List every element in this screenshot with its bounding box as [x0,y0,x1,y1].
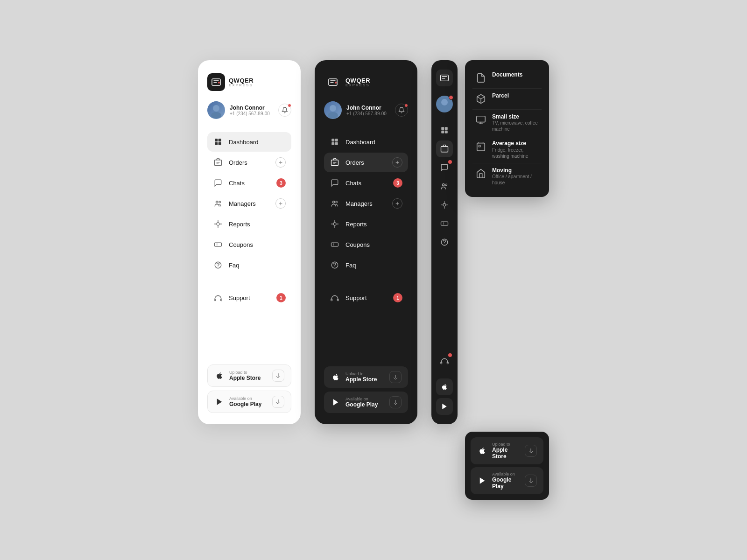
user-profile-dark: John Connor +1 (234) 567-89-00 [324,101,408,119]
svg-rect-6 [215,142,218,145]
dashboard-icon-dark [330,137,340,147]
mini-nav-dashboard[interactable] [436,122,453,139]
sidebar-item-managers-light[interactable]: Managers + [207,194,291,213]
apple-dl-btn-popup[interactable] [525,445,537,457]
mini-nav-reports[interactable] [436,196,453,213]
sidebar-item-coupons-light[interactable]: Coupons [207,235,291,254]
google-play-btn-popup[interactable]: Available on Google Play [471,467,543,494]
moving-title: Moving [492,167,540,174]
mini-nav-managers[interactable] [436,178,453,195]
mini-avatar [436,96,453,112]
popup-item-parcel[interactable]: Parcel [472,88,542,109]
svg-rect-56 [479,146,480,147]
apple-store-btn-dark[interactable]: Upload to Apple Store [324,366,408,388]
svg-rect-26 [331,160,338,166]
mini-apple-btn[interactable] [436,378,453,395]
mini-nav-support[interactable] [436,352,453,369]
apple-store-btn-popup[interactable]: Upload to Apple Store [471,437,543,464]
small-size-icon [474,113,487,126]
popup-item-moving[interactable]: Moving Office / apartment / house [472,163,542,189]
parcel-title: Parcel [492,92,540,99]
orders-add-dark[interactable]: + [392,157,402,168]
apple-dl-button-dark[interactable] [389,371,402,383]
google-label-main-dark: Google Play [345,401,385,408]
bell-button-light[interactable] [278,104,291,117]
mini-nav-coupons[interactable] [436,215,453,232]
google-play-btn-dark[interactable]: Available on Google Play [324,392,408,413]
logo-title-dark: QWQER [345,77,370,84]
mini-avatar-dot [449,95,453,100]
small-size-title: Small size [492,113,540,120]
svg-point-9 [216,201,218,203]
svg-point-11 [217,223,219,225]
sidebar-item-faq-dark[interactable]: Faq [324,255,408,275]
sidebar-item-orders-dark[interactable]: Orders + [324,153,408,172]
sidebar-item-managers-dark[interactable]: Managers + [324,194,408,213]
orders-add-light[interactable]: + [275,157,286,168]
google-label-top-popup: Available on [492,472,520,476]
reports-icon-light [213,219,223,229]
sidebar-item-dashboard-dark[interactable]: Dashboard [324,132,408,152]
sidebar-item-chats-light[interactable]: Chats 3 [207,173,291,193]
logo-icon-dark [324,73,342,91]
svg-rect-4 [215,139,218,141]
google-play-text-dark: Available on Google Play [345,397,385,408]
sidebar-item-coupons-dark[interactable]: Coupons [324,235,408,254]
apple-store-btn-light[interactable]: Upload to Apple Store [207,364,291,387]
avatar-placeholder-light [207,101,225,119]
google-dl-btn-popup[interactable] [525,475,537,487]
user-phone-light: +1 (234) 567-89-00 [230,111,274,116]
svg-rect-25 [335,142,338,145]
google-label-top-light: Available on [229,396,268,401]
sidebar-item-reports-dark[interactable]: Reports [324,214,408,234]
sidebar-item-dashboard-light[interactable]: Dashboard [207,132,291,152]
google-play-text-popup: Available on Google Play [492,472,520,490]
mini-nav-chats[interactable] [436,159,453,176]
sidebar-item-reports-light[interactable]: Reports [207,214,291,234]
logo-sub-light: EXPRESS [229,84,254,87]
chats-icon-dark [330,178,340,188]
chats-icon-light [213,178,223,188]
managers-add-light[interactable]: + [275,198,286,209]
svg-point-3 [211,112,221,119]
popup-item-small-size[interactable]: Small size TV, microwave, coffee machine [472,109,542,136]
small-size-sub: TV, microwave, coffee machine [492,120,540,132]
faq-label-dark: Faq [345,262,402,269]
svg-rect-41 [441,131,444,133]
support-label-light: Support [229,294,271,301]
google-dl-button-light[interactable] [272,396,284,408]
managers-add-dark[interactable]: + [392,198,402,209]
mini-nav-faq[interactable] [436,234,453,251]
sidebar-item-orders-light[interactable]: Orders + [207,153,291,172]
mini-nav-orders[interactable] [436,140,453,157]
orders-icon-light [213,157,223,168]
svg-point-29 [333,223,336,225]
svg-rect-54 [477,116,485,122]
apple-icon-dark [331,372,341,382]
mini-google-btn[interactable] [436,398,453,415]
svg-point-28 [336,201,338,203]
svg-rect-55 [477,143,485,151]
svg-rect-24 [331,142,334,145]
popup-item-average-size[interactable]: Average size Fridge, freezer, washing ma… [472,136,542,162]
popup-item-documents[interactable]: Documents [472,68,542,88]
bell-button-dark[interactable] [395,104,408,117]
svg-rect-12 [215,243,222,246]
user-info-light: John Connor +1 (234) 567-89-00 [230,105,274,116]
google-play-btn-light[interactable]: Available on Google Play [207,391,291,413]
sidebar-item-support-dark[interactable]: Support 1 [324,288,408,308]
average-size-sub: Fridge, freezer, washing machine [492,147,540,159]
sidebar-item-faq-light[interactable]: Faq [207,255,291,275]
apple-dl-button-light[interactable] [272,370,284,382]
sidebar-item-chats-dark[interactable]: Chats 3 [324,173,408,193]
reports-label-light: Reports [229,221,286,228]
bell-dot-dark [404,104,408,107]
svg-point-15 [218,266,218,267]
svg-rect-43 [441,147,448,152]
sidebar-light: QWQER EXPRESS John Connor +1 (234) 567-8… [198,60,301,424]
svg-point-1 [218,82,220,84]
average-size-text: Average size Fridge, freezer, washing ma… [492,140,540,159]
sidebar-item-support-light[interactable]: Support 1 [207,288,291,308]
google-dl-button-dark[interactable] [389,396,402,408]
support-icon-light [213,293,223,303]
